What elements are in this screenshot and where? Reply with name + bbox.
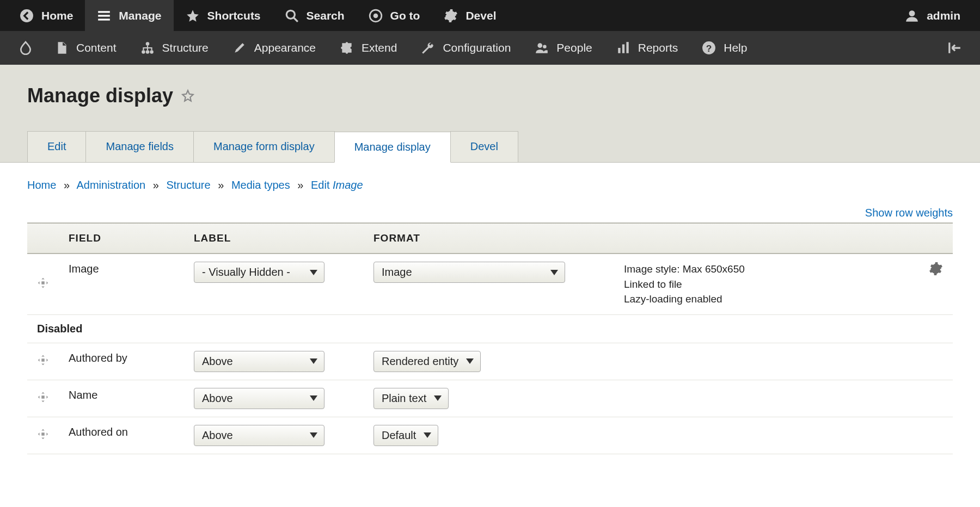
people-label: People	[556, 41, 592, 54]
home-label: Home	[41, 9, 73, 22]
page-title-wrap: Manage display	[27, 84, 953, 107]
search-label: Search	[307, 9, 345, 22]
breadcrumb-admin[interactable]: Administration	[77, 179, 146, 191]
drupal-home-icon[interactable]	[9, 31, 42, 65]
breadcrumb-structure[interactable]: Structure	[166, 179, 210, 191]
toolbar-primary: Home Manage Shortcuts Search Go to Devel…	[0, 0, 980, 31]
favorite-star-icon[interactable]	[181, 89, 195, 103]
field-name: Name	[69, 388, 174, 401]
tab-devel[interactable]: Devel	[450, 131, 518, 162]
tab-edit[interactable]: Edit	[27, 131, 86, 162]
svg-rect-16	[622, 45, 624, 53]
shortcuts-label: Shortcuts	[207, 9, 261, 22]
field-display-table: FIELD LABEL FORMAT Image- Visually Hidde…	[27, 222, 953, 454]
select-value: Plain text	[382, 392, 426, 405]
reports-link[interactable]: Reports	[604, 31, 690, 65]
col-field: FIELD	[59, 223, 184, 253]
people-icon	[535, 41, 549, 55]
show-row-weights-link[interactable]: Show row weights	[865, 207, 953, 219]
devel-label: Devel	[465, 9, 496, 22]
field-name-cell: Name	[59, 380, 184, 417]
shortcuts-link[interactable]: Shortcuts	[174, 0, 273, 31]
svg-point-7	[373, 13, 378, 18]
field-name-cell: Authored on	[59, 417, 184, 454]
select-value: Above	[202, 392, 233, 405]
field-name-cell: Authored by	[59, 343, 184, 380]
goto-link[interactable]: Go to	[357, 0, 432, 31]
select-dropdown[interactable]: Plain text	[373, 388, 449, 409]
select-dropdown[interactable]: Image	[373, 262, 565, 283]
structure-label: Structure	[162, 41, 209, 54]
svg-rect-15	[618, 48, 620, 53]
col-format: FORMAT	[364, 223, 614, 253]
format-select-cell: Image	[364, 253, 614, 314]
user-icon	[905, 9, 919, 23]
summary-cell: Image style: Max 650x650Linked to fileLa…	[614, 253, 919, 314]
table-row: Image- Visually Hidden -ImageImage style…	[27, 253, 953, 314]
wrench-icon	[421, 41, 435, 55]
select-value: Above	[202, 429, 233, 442]
tab-manage-fields[interactable]: Manage fields	[85, 131, 194, 162]
select-dropdown[interactable]: Above	[194, 388, 324, 409]
star-icon	[186, 9, 200, 23]
svg-point-14	[543, 45, 547, 49]
select-value: Image	[382, 266, 412, 279]
format-select-cell: Plain text	[364, 380, 614, 417]
select-dropdown[interactable]: - Visually Hidden -	[194, 262, 324, 283]
select-value: Default	[382, 429, 416, 442]
help-link[interactable]: ? Help	[690, 31, 759, 65]
table-row: NameAbovePlain text	[27, 380, 953, 417]
structure-link[interactable]: Structure	[128, 31, 220, 65]
tab-manage-form-display[interactable]: Manage form display	[193, 131, 335, 162]
select-dropdown[interactable]: Rendered entity	[373, 351, 481, 372]
breadcrumb-media-types[interactable]: Media types	[231, 179, 290, 191]
drag-handle-icon	[37, 391, 49, 403]
drag-cell[interactable]	[27, 417, 59, 454]
breadcrumb-edit[interactable]: Edit Image	[311, 179, 363, 191]
configuration-link[interactable]: Configuration	[409, 31, 523, 65]
manage-link[interactable]: Manage	[85, 0, 173, 31]
breadcrumb-home[interactable]: Home	[27, 179, 56, 191]
svg-point-13	[538, 43, 543, 48]
settings-gear-icon[interactable]	[929, 262, 943, 276]
user-label: admin	[927, 9, 960, 22]
file-icon	[54, 41, 69, 55]
disabled-section-label: Disabled	[27, 314, 953, 343]
search-link[interactable]: Search	[273, 0, 357, 31]
people-link[interactable]: People	[523, 31, 604, 65]
drag-cell[interactable]	[27, 253, 59, 314]
user-link[interactable]: admin	[893, 0, 972, 31]
select-dropdown[interactable]: Above	[194, 351, 324, 372]
col-drag	[27, 223, 59, 253]
svg-point-0	[20, 9, 33, 22]
drag-cell[interactable]	[27, 343, 59, 380]
row-weights-wrap: Show row weights	[27, 207, 953, 219]
select-value: Above	[202, 355, 233, 368]
home-link[interactable]: Home	[8, 0, 85, 31]
svg-rect-2	[99, 15, 111, 16]
breadcrumb-sep: »	[59, 179, 74, 191]
table-row: Authored byAboveRendered entity	[27, 343, 953, 380]
field-name: Authored by	[69, 351, 174, 364]
drag-handle-icon	[37, 354, 49, 366]
select-value: - Visually Hidden -	[202, 266, 290, 279]
breadcrumb: Home » Administration » Structure » Medi…	[27, 179, 953, 191]
extend-link[interactable]: Extend	[328, 31, 409, 65]
tab-manage-display[interactable]: Manage display	[334, 132, 451, 163]
devel-link[interactable]: Devel	[432, 0, 508, 31]
content-link[interactable]: Content	[42, 31, 128, 65]
field-name: Image	[69, 262, 174, 275]
collapse-link[interactable]	[938, 31, 971, 65]
page-header: Manage display Edit Manage fields Manage…	[0, 65, 980, 163]
col-summary	[614, 223, 919, 253]
drag-cell[interactable]	[27, 380, 59, 417]
label-select-cell: Above	[184, 380, 364, 417]
svg-point-11	[145, 50, 149, 54]
ops-cell	[919, 253, 953, 314]
extend-label: Extend	[362, 41, 397, 54]
paintbrush-icon	[232, 41, 247, 55]
drag-handle-icon	[37, 428, 49, 440]
appearance-link[interactable]: Appearance	[220, 31, 328, 65]
select-dropdown[interactable]: Above	[194, 425, 324, 446]
select-dropdown[interactable]: Default	[373, 425, 438, 446]
